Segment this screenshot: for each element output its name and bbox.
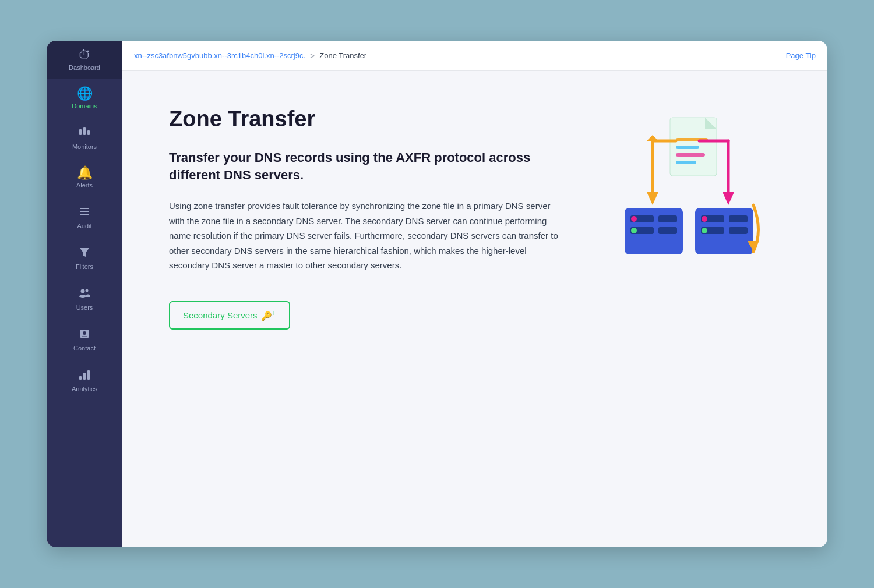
breadcrumb-separator: > <box>310 51 315 61</box>
secondary-servers-label: Secondary Servers <box>183 310 258 320</box>
sidebar-item-domains[interactable]: 🌐 Domains <box>47 79 122 118</box>
sidebar-item-label: Domains <box>72 102 97 109</box>
sidebar-item-alerts[interactable]: 🔔 Alerts <box>47 158 122 197</box>
svg-marker-24 <box>647 192 658 205</box>
svg-rect-16 <box>87 370 90 380</box>
illustration-section <box>594 106 781 292</box>
sidebar-item-label: Alerts <box>76 182 93 189</box>
svg-rect-13 <box>82 336 87 337</box>
svg-marker-26 <box>647 135 658 141</box>
sidebar-item-label: Analytics <box>72 385 97 392</box>
sidebar-item-monitors[interactable]: Monitors <box>47 118 122 158</box>
svg-point-32 <box>631 216 637 222</box>
contact-icon <box>78 327 91 342</box>
svg-rect-0 <box>79 129 82 135</box>
svg-rect-4 <box>80 211 89 212</box>
breadcrumb-link[interactable]: xn--zsc3afbnw5gvbubb.xn--3rc1b4ch0i.xn--… <box>134 51 305 60</box>
sidebar-item-label: Dashboard <box>69 64 100 71</box>
sidebar-item-filters[interactable]: Filters <box>47 238 122 278</box>
svg-rect-14 <box>79 376 82 380</box>
svg-rect-5 <box>80 214 89 215</box>
dashboard-icon: ⏱ <box>78 49 91 62</box>
svg-point-8 <box>79 295 86 298</box>
main-content: xn--zsc3afbnw5gvbubb.xn--3rc1b4ch0i.xn--… <box>122 41 827 547</box>
svg-rect-20 <box>676 146 699 149</box>
sidebar-item-label: Filters <box>76 263 93 270</box>
page-body: Zone Transfer Transfer your DNS records … <box>122 71 827 547</box>
audit-icon <box>78 205 91 220</box>
sidebar-item-users[interactable]: Users <box>47 278 122 319</box>
analytics-icon <box>78 368 91 383</box>
svg-rect-41 <box>729 227 748 234</box>
sidebar-item-dashboard[interactable]: ⏱ Dashboard <box>47 41 122 79</box>
svg-point-12 <box>83 331 86 335</box>
sidebar-item-label: Users <box>76 304 93 311</box>
domains-icon: 🌐 <box>77 87 93 100</box>
text-section: Zone Transfer Transfer your DNS records … <box>169 106 559 330</box>
users-icon <box>78 286 91 302</box>
key-plus-icon: 🔑+ <box>261 309 276 321</box>
content-area: Zone Transfer Transfer your DNS records … <box>122 71 827 547</box>
sidebar-item-label: Monitors <box>72 143 97 150</box>
svg-rect-29 <box>658 215 677 222</box>
svg-rect-39 <box>729 215 748 222</box>
page-description: Using zone transfer provides fault toler… <box>169 199 559 273</box>
breadcrumb: xn--zsc3afbnw5gvbubb.xn--3rc1b4ch0i.xn--… <box>134 51 366 61</box>
svg-rect-15 <box>83 373 86 380</box>
sidebar-item-analytics[interactable]: Analytics <box>47 360 122 401</box>
sidebar: ⏱ Dashboard 🌐 Domains Monitors 🔔 Alerts <box>47 41 122 547</box>
svg-point-33 <box>631 228 637 233</box>
page-tip-link[interactable]: Page Tip <box>786 51 816 60</box>
secondary-servers-button[interactable]: Secondary Servers 🔑+ <box>169 301 290 330</box>
sidebar-item-label: Audit <box>77 222 91 229</box>
breadcrumb-current: Zone Transfer <box>319 51 366 60</box>
svg-marker-35 <box>723 192 734 205</box>
filters-icon <box>78 246 91 261</box>
topbar: xn--zsc3afbnw5gvbubb.xn--3rc1b4ch0i.xn--… <box>122 41 827 71</box>
monitors-icon <box>78 126 91 141</box>
svg-point-10 <box>86 295 90 297</box>
svg-rect-21 <box>676 153 705 157</box>
svg-rect-3 <box>80 208 89 209</box>
sidebar-item-contact[interactable]: Contact <box>47 319 122 360</box>
svg-point-42 <box>702 216 707 222</box>
svg-point-43 <box>702 228 707 233</box>
svg-point-7 <box>81 289 85 293</box>
sidebar-item-audit[interactable]: Audit <box>47 197 122 238</box>
page-title: Zone Transfer <box>169 106 559 133</box>
page-subtitle: Transfer your DNS records using the AXFR… <box>169 149 559 185</box>
alerts-icon: 🔔 <box>77 167 93 179</box>
svg-point-9 <box>86 289 89 292</box>
sidebar-item-label: Contact <box>73 345 96 352</box>
svg-marker-6 <box>80 248 89 257</box>
svg-rect-2 <box>87 130 90 135</box>
zone-transfer-illustration <box>600 106 775 292</box>
svg-rect-1 <box>83 127 86 135</box>
svg-rect-22 <box>676 161 696 164</box>
svg-rect-31 <box>658 227 677 234</box>
